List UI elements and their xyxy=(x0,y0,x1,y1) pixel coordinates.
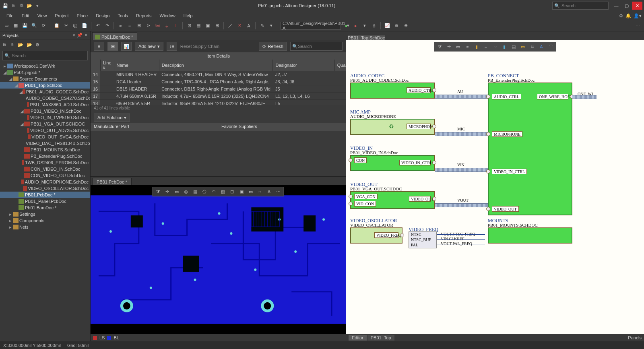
sheet-port[interactable]: ONE_WIRE_HOST xyxy=(537,94,568,99)
menu-file[interactable]: File xyxy=(3,12,17,19)
port-node[interactable] xyxy=(486,169,490,173)
sch-label-icon[interactable]: ≋ xyxy=(528,43,536,50)
port-node[interactable] xyxy=(400,233,404,237)
tool-clipboard-icon[interactable]: 📋 xyxy=(53,22,61,30)
tool-diff-icon[interactable]: ≋ xyxy=(392,22,400,30)
pcb-fill-icon[interactable]: ▨ xyxy=(219,188,227,195)
sch-filter-icon[interactable]: ⧩ xyxy=(436,43,443,50)
sheet-port[interactable]: VIDEO_FREQ xyxy=(374,232,398,238)
sch-cross-icon[interactable]: ✛ xyxy=(445,43,452,50)
projects-search-input[interactable]: 🔍 Search xyxy=(2,51,88,60)
tree-node[interactable]: PB01_MOUNTS.SchDoc xyxy=(0,147,90,153)
port-node[interactable] xyxy=(486,95,490,99)
tool-cross-icon[interactable]: ⊕ xyxy=(402,22,410,30)
pcb-filter-icon[interactable]: ⧩ xyxy=(155,188,162,195)
menu-window[interactable]: Window xyxy=(157,12,179,19)
tree-node[interactable]: AUDIO_CODEC_CS4270.SchDoc xyxy=(0,95,90,101)
schematic-canvas[interactable]: ⧩ ✛ ▭ ≈ ▮ ≡ ∼ ▮ ▤ ▭ ≋ A ⌒ AUMICVINVOU xyxy=(346,40,644,334)
menu-design[interactable]: Design xyxy=(93,12,113,19)
port-node[interactable] xyxy=(349,202,353,206)
menu-place[interactable]: Place xyxy=(74,12,91,19)
menu-edit[interactable]: Edit xyxy=(19,12,33,19)
sheet-port[interactable]: VIDEO_OUT xyxy=(409,196,431,202)
sheet-port[interactable]: MICROPHONE xyxy=(492,131,522,137)
pcb-comp-icon[interactable]: ⊡ xyxy=(229,188,236,195)
tool-redo-icon[interactable]: ↷ xyxy=(103,22,111,30)
sheet-port[interactable]: VIDEO_OUT xyxy=(492,206,519,212)
tool-sheet-icon[interactable]: ▤ xyxy=(194,22,202,30)
tool-harness2-icon[interactable]: ⊞ xyxy=(213,22,221,30)
tree-node[interactable]: AUDIO_MICROPHONE.SchDoc xyxy=(0,179,90,185)
proj-compile-icon[interactable]: 📂 xyxy=(18,42,23,47)
menu-reports[interactable]: Reports xyxy=(133,12,155,19)
bom-flat-icon[interactable]: ≡ xyxy=(94,42,104,51)
sheet-port[interactable]: VIDEO_IN_CTRL xyxy=(492,169,527,174)
proj-gear-icon[interactable]: ⚙ xyxy=(35,42,39,47)
port-node[interactable] xyxy=(486,132,490,136)
panel-close-icon[interactable]: ✕ xyxy=(84,33,88,38)
bus[interactable] xyxy=(435,168,488,172)
gear-icon[interactable]: ⚙ xyxy=(619,13,623,19)
tool-more2-icon[interactable]: 🗎 xyxy=(370,22,378,30)
tool-part-icon[interactable]: ⊡ xyxy=(185,22,193,30)
tree-node[interactable]: ▸Nets xyxy=(0,224,90,230)
tree-node[interactable]: ◢PB01_VIDEO_IN.SchDoc xyxy=(0,108,90,114)
bus[interactable] xyxy=(435,203,488,207)
qat-save-icon[interactable]: 💾 xyxy=(2,2,9,9)
pcb-room-icon[interactable]: ▭ xyxy=(247,188,254,195)
sheet-port[interactable]: CON xyxy=(354,157,367,163)
minimize-button[interactable]: — xyxy=(611,2,621,10)
pcb-pad-icon[interactable]: ▭ xyxy=(173,188,180,195)
pcb-region-icon[interactable]: ▦ xyxy=(192,188,199,195)
bus[interactable] xyxy=(435,95,488,99)
qat-print-icon[interactable]: 🖶 xyxy=(18,2,25,9)
menu-view[interactable]: View xyxy=(34,12,50,19)
port-node[interactable] xyxy=(432,88,436,92)
tool-power-icon[interactable]: ⏚ xyxy=(163,22,171,30)
tree-node[interactable]: ▸Workspace1.DsnWrk xyxy=(0,63,90,69)
sheet-port[interactable]: VIDEO_IN_CTRL xyxy=(399,160,431,165)
tool-select-icon[interactable]: ▭ xyxy=(2,22,10,30)
tree-node[interactable]: 1WB_DS2406_EPROM.SchDoc xyxy=(0,159,90,166)
tree-node[interactable]: VIDEO_OUT_AD725.SchDoc xyxy=(0,127,90,134)
port-node[interactable] xyxy=(432,124,436,128)
tool-device-icon[interactable]: ▣ xyxy=(204,22,212,30)
tree-node[interactable]: VIDEO_IN_TVP5150.SchDoc xyxy=(0,114,90,121)
tool-copy-icon[interactable]: ⿻ xyxy=(71,22,79,30)
tab-pcbdoc[interactable]: PB01.PcbDoc * xyxy=(92,178,132,185)
bom-search-input[interactable]: 🔍Search xyxy=(290,42,343,51)
bus[interactable] xyxy=(435,132,488,136)
panel-dropdown-icon[interactable]: ▾ xyxy=(73,33,75,38)
proj-open-icon[interactable]: 🗎 xyxy=(10,42,14,47)
sch-sheet-icon[interactable]: ▤ xyxy=(510,43,517,50)
tool-wire-icon[interactable]: ≈ xyxy=(116,22,124,30)
sheet-port[interactable]: AUDIO_CTRL xyxy=(407,87,431,93)
sheet-port[interactable]: VID_CON xyxy=(354,201,376,207)
tool-delete-icon[interactable]: ✕ xyxy=(235,22,244,30)
tool-refresh-icon[interactable]: ⟳ xyxy=(39,22,47,30)
tool-save-icon[interactable]: 💾 xyxy=(21,22,29,30)
tab-bomdoc[interactable]: Pb01.BomDoc * xyxy=(92,32,137,40)
table-row[interactable]: 15RCA HeaderConnector, TRC-005-4 , RCA P… xyxy=(91,78,346,85)
tab-schdoc[interactable]: PB01_Top.SchDoc xyxy=(348,35,385,40)
tree-node[interactable]: VIDEO_DAC_THS8134B.SchDoc xyxy=(0,140,90,147)
add-solution-button[interactable]: Add Solution▾ xyxy=(94,114,130,122)
panel-pin-icon[interactable]: 📌 xyxy=(77,33,83,38)
sch-bottom-top[interactable]: PB01_Top xyxy=(367,335,394,341)
pcb-layer-bar[interactable]: LS BL xyxy=(91,334,346,341)
tool-dropdown-icon[interactable]: ▾ xyxy=(267,22,275,30)
tool-undo-icon[interactable]: ↶ xyxy=(94,22,102,30)
tool-netlabel-icon[interactable]: Net xyxy=(153,22,161,30)
port-node[interactable] xyxy=(486,207,490,211)
tree-node[interactable]: Pb01.BomDoc * xyxy=(0,204,90,211)
close-button[interactable]: ✕ xyxy=(632,2,642,10)
tree-node[interactable]: ▸Settings xyxy=(0,211,90,217)
pcb-poly-icon[interactable]: ⬠ xyxy=(201,188,208,195)
menu-help[interactable]: Help xyxy=(180,12,196,19)
tree-node[interactable]: CON_VIDEO_IN.SchDoc xyxy=(0,166,90,172)
tree-node[interactable]: PB_ExtenderPlug.SchDoc xyxy=(0,153,90,159)
tool-text-icon[interactable]: A xyxy=(245,22,253,30)
pcb-3d-icon[interactable]: ▣ xyxy=(238,188,245,195)
port-node[interactable] xyxy=(432,197,436,201)
global-search-input[interactable]: 🔍 Search xyxy=(552,2,609,10)
